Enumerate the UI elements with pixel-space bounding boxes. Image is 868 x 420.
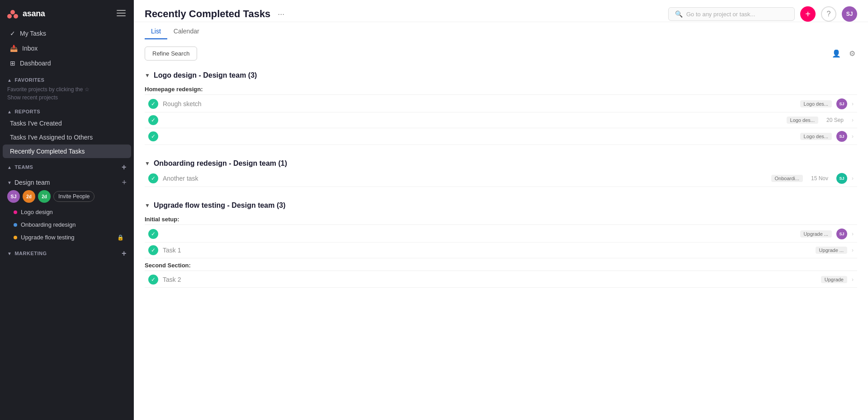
task-complete-icon: ✓ bbox=[148, 229, 158, 239]
task-tag: Upgrade ... bbox=[816, 247, 847, 254]
sidebar-item-my-tasks[interactable]: ✓ My Tasks bbox=[3, 26, 131, 41]
task-row[interactable]: ✓ Task 2 Upgrade › bbox=[145, 272, 857, 288]
project-onboarding-redesign[interactable]: Onboarding redesign bbox=[3, 219, 131, 231]
task-row[interactable]: ✓ Rough sketch Logo des... SJ › bbox=[145, 96, 857, 112]
group-onboarding-title: Onboarding redesign - Design team (1) bbox=[154, 159, 287, 168]
main-body: Refine Search 👤 ⚙ ▼ Logo design - Design… bbox=[134, 39, 868, 420]
marketing-toggle[interactable]: ▼ Marketing bbox=[7, 251, 47, 256]
task-row-chevron-icon: › bbox=[852, 101, 854, 107]
section-second-section: Second Section: bbox=[145, 258, 857, 271]
filter-icon-button[interactable]: 👤 bbox=[830, 47, 843, 60]
main-header: Recently Completed Tasks ··· 🔍 Go to any… bbox=[134, 0, 868, 22]
avatar-2d-green[interactable]: 2d bbox=[38, 190, 51, 203]
show-recent-projects-link[interactable]: Show recent projects bbox=[0, 93, 134, 104]
sidebar-nav: ✓ My Tasks 📥 Inbox ⊞ Dashboard bbox=[0, 24, 134, 73]
main-header-left: Recently Completed Tasks ··· bbox=[145, 8, 287, 20]
task-date: 15 Nov bbox=[811, 175, 828, 182]
task-avatar-sj: SJ bbox=[836, 131, 847, 142]
task-row[interactable]: ✓ Logo des... SJ › bbox=[145, 128, 857, 145]
main-header-right: 🔍 Go to any project or task... + ? SJ bbox=[668, 6, 857, 22]
project-dot-orange bbox=[14, 236, 17, 239]
avatar-sj[interactable]: SJ bbox=[7, 190, 20, 203]
task-avatar-sj: SJ bbox=[836, 229, 847, 239]
add-team-button[interactable]: + bbox=[122, 163, 127, 171]
task-row-chevron-icon: › bbox=[852, 133, 854, 140]
task-row-chevron-icon: › bbox=[852, 276, 854, 283]
project-dot-pink bbox=[14, 210, 17, 214]
design-team-chevron-icon: ▼ bbox=[7, 180, 12, 185]
group-logo-design-header[interactable]: ▼ Logo design - Design team (3) bbox=[145, 68, 857, 82]
group-logo-design-title: Logo design - Design team (3) bbox=[154, 71, 257, 79]
my-tasks-icon: ✓ bbox=[10, 30, 15, 37]
add-design-team-project-button[interactable]: + bbox=[122, 178, 127, 187]
avatar-2d-orange[interactable]: 2d bbox=[23, 190, 35, 203]
reports-toggle[interactable]: ▲ Reports bbox=[7, 109, 40, 114]
favorites-hint: Favorite projects by clicking the ☆ bbox=[0, 84, 134, 93]
search-placeholder-text: Go to any project or task... bbox=[686, 11, 755, 18]
svg-rect-4 bbox=[117, 13, 126, 14]
inbox-icon: 📥 bbox=[10, 45, 18, 52]
task-complete-icon: ✓ bbox=[148, 99, 158, 109]
sidebar-item-recently-completed[interactable]: Recently Completed Tasks bbox=[3, 145, 131, 158]
toolbar: Refine Search 👤 ⚙ bbox=[145, 47, 857, 61]
help-button[interactable]: ? bbox=[821, 6, 836, 22]
teams-toggle[interactable]: ▲ Teams bbox=[7, 164, 33, 170]
favorites-section-header: ▲ Favorites bbox=[0, 73, 134, 84]
sidebar-top: asana bbox=[0, 0, 134, 24]
design-team-header[interactable]: ▼ Design team + bbox=[0, 175, 134, 188]
tab-calendar[interactable]: Calendar bbox=[167, 23, 206, 39]
teams-label: Teams bbox=[14, 164, 33, 170]
settings-icon-button[interactable]: ⚙ bbox=[847, 47, 857, 60]
task-complete-icon: ✓ bbox=[148, 115, 158, 125]
ellipsis-menu-button[interactable]: ··· bbox=[275, 9, 287, 20]
add-button[interactable]: + bbox=[800, 6, 816, 22]
svg-rect-5 bbox=[117, 15, 126, 16]
sidebar-item-inbox[interactable]: 📥 Inbox bbox=[3, 41, 131, 56]
svg-point-1 bbox=[7, 14, 12, 19]
group-onboarding-header[interactable]: ▼ Onboarding redesign - Design team (1) bbox=[145, 156, 857, 170]
marketing-chevron-icon: ▼ bbox=[7, 251, 12, 256]
tabs: List Calendar bbox=[134, 23, 868, 39]
sidebar-item-tasks-created[interactable]: Tasks I've Created bbox=[3, 117, 131, 130]
task-avatar: SJ bbox=[836, 173, 847, 184]
task-complete-icon: ✓ bbox=[148, 173, 158, 183]
group-onboarding: ▼ Onboarding redesign - Design team (1) … bbox=[145, 156, 857, 187]
task-row[interactable]: ✓ Upgrade ... SJ › bbox=[145, 226, 857, 243]
logo-text: asana bbox=[23, 9, 45, 19]
sidebar-item-dashboard[interactable]: ⊞ Dashboard bbox=[3, 56, 131, 70]
task-complete-icon: ✓ bbox=[148, 275, 158, 285]
refine-search-button[interactable]: Refine Search bbox=[145, 47, 197, 61]
project-upgrade-flow[interactable]: Upgrade flow testing 🔒 bbox=[3, 231, 131, 243]
project-logo-design[interactable]: Logo design bbox=[3, 206, 131, 218]
teams-section-header: ▲ Teams + bbox=[0, 159, 134, 173]
favorites-toggle[interactable]: ▲ Favorites bbox=[7, 77, 44, 83]
search-bar[interactable]: 🔍 Go to any project or task... bbox=[668, 7, 795, 21]
main-content: Recently Completed Tasks ··· 🔍 Go to any… bbox=[134, 0, 868, 420]
logo[interactable]: asana bbox=[6, 8, 45, 20]
reports-items: Tasks I've Created Tasks I've Assigned t… bbox=[0, 116, 134, 159]
add-marketing-project-button[interactable]: + bbox=[122, 249, 127, 257]
section-homepage-redesign: Homepage redesign: bbox=[145, 82, 857, 95]
sidebar: asana ✓ My Tasks 📥 Inbox ⊞ Dashboard ▲ F… bbox=[0, 0, 134, 420]
task-row[interactable]: ✓ Logo des... 20 Sep › bbox=[145, 112, 857, 128]
sidebar-item-label: Inbox bbox=[22, 45, 38, 52]
tab-list[interactable]: List bbox=[145, 23, 167, 39]
marketing-team-name: Marketing bbox=[14, 251, 47, 256]
task-name: Task 1 bbox=[163, 247, 811, 254]
task-tag: Onboardi... bbox=[771, 175, 803, 182]
task-complete-icon: ✓ bbox=[148, 131, 158, 141]
search-icon: 🔍 bbox=[675, 10, 683, 18]
group-upgrade-flow-header[interactable]: ▼ Upgrade flow testing - Design team (3) bbox=[145, 198, 857, 212]
task-avatar-sj: SJ bbox=[836, 98, 847, 109]
sidebar-toggle-button[interactable] bbox=[115, 7, 127, 20]
favorites-label: Favorites bbox=[14, 77, 44, 83]
task-row[interactable]: ✓ Task 1 Upgrade ... › bbox=[145, 243, 857, 258]
toolbar-right: 👤 ⚙ bbox=[830, 47, 857, 60]
user-avatar[interactable]: SJ bbox=[842, 6, 857, 22]
sidebar-item-tasks-assigned[interactable]: Tasks I've Assigned to Others bbox=[3, 131, 131, 144]
svg-point-0 bbox=[10, 10, 15, 14]
group-upgrade-chevron-icon: ▼ bbox=[145, 202, 150, 209]
invite-people-button[interactable]: Invite People bbox=[53, 191, 94, 202]
dashboard-icon: ⊞ bbox=[10, 60, 15, 67]
task-row[interactable]: ✓ Another task Onboardi... 15 Nov SJ › bbox=[145, 170, 857, 187]
